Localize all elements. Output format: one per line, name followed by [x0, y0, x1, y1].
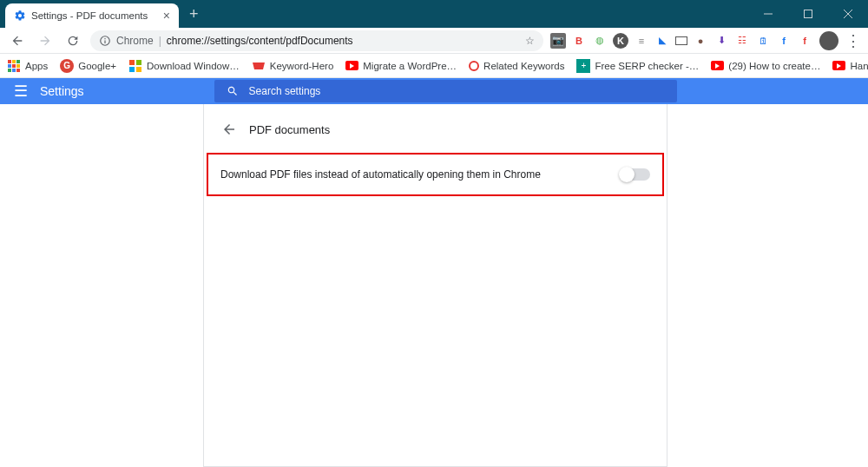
ext-icon[interactable]: f [776, 33, 792, 49]
windows-icon [128, 59, 142, 73]
back-button[interactable] [7, 30, 28, 51]
bookmark-item[interactable]: Hang Ups (Want Yo… [832, 61, 868, 71]
highlighted-setting-row: Download PDF files instead of automatica… [207, 153, 664, 196]
svg-rect-13 [129, 60, 135, 65]
address-bar-row: Chrome | chrome://settings/content/pdfDo… [0, 28, 868, 54]
maximize-button[interactable] [788, 0, 828, 28]
bookmark-star-icon[interactable]: ☆ [525, 35, 535, 47]
youtube-icon [832, 61, 845, 70]
menu-icon[interactable]: ☰ [14, 82, 28, 101]
minimize-button[interactable] [748, 0, 788, 28]
youtube-icon [345, 61, 358, 70]
window-titlebar: Settings - PDF documents × + [0, 0, 868, 28]
svg-rect-6 [16, 60, 20, 63]
svg-rect-15 [129, 67, 135, 72]
tab-title: Settings - PDF documents [31, 10, 148, 21]
site-info-icon[interactable] [99, 35, 111, 47]
pdf-download-toggle[interactable] [621, 168, 650, 181]
svg-rect-9 [16, 64, 20, 68]
settings-content: PDF documents Download PDF files instead… [0, 104, 868, 467]
section-header: PDF documents [204, 122, 667, 153]
ext-icon[interactable]: ◣ [654, 33, 670, 49]
close-tab-button[interactable]: × [163, 9, 170, 23]
ext-icon[interactable]: 📷 [550, 33, 566, 49]
bookmark-item[interactable]: Keyword-Hero [252, 59, 334, 73]
address-separator: | [159, 35, 161, 47]
svg-rect-5 [12, 60, 16, 63]
close-window-button[interactable] [828, 0, 868, 28]
address-url: chrome://settings/content/pdfDocuments [167, 35, 353, 47]
bookmark-label: Download Window… [147, 61, 240, 71]
circle-icon [469, 61, 479, 71]
bookmark-label: Google+ [78, 61, 116, 71]
serp-icon: + [576, 59, 590, 73]
youtube-icon [711, 61, 724, 70]
svg-rect-1 [805, 10, 812, 18]
bookmark-label: (29) How to create… [728, 61, 820, 71]
bookmark-item[interactable]: (29) How to create… [711, 61, 820, 71]
bookmark-label: Free SERP checker -… [595, 61, 699, 71]
profile-avatar[interactable] [819, 31, 838, 50]
back-arrow-icon[interactable] [221, 122, 237, 137]
bookmark-item[interactable]: Related Keywords [469, 61, 564, 71]
svg-rect-11 [12, 69, 16, 72]
settings-app-bar: ☰ Settings [0, 78, 868, 104]
address-scheme: Chrome [116, 35, 154, 47]
forward-button [35, 30, 56, 51]
svg-rect-4 [8, 60, 11, 63]
ext-icon[interactable]: ● [693, 33, 708, 49]
browser-tab[interactable]: Settings - PDF documents × [5, 3, 179, 28]
googleplus-icon: G [60, 59, 74, 73]
ext-icon[interactable]: 🗓 [755, 33, 771, 49]
search-input[interactable] [247, 84, 665, 98]
ext-icon[interactable]: ≡ [634, 33, 649, 49]
gear-icon [14, 10, 26, 22]
settings-panel: PDF documents Download PDF files instead… [203, 104, 667, 467]
new-tab-button[interactable]: + [179, 5, 209, 23]
svg-rect-12 [16, 69, 20, 72]
bookmark-label: Related Keywords [483, 61, 564, 71]
ext-icon[interactable]: K [613, 33, 628, 49]
bookmark-item[interactable]: Download Window… [128, 59, 240, 73]
keyword-hero-icon [252, 59, 266, 73]
bookmark-item[interactable]: Migrate a WordPre… [345, 61, 457, 71]
svg-rect-16 [136, 67, 141, 72]
ext-icon[interactable]: ☷ [734, 33, 750, 49]
page-heading: PDF documents [249, 123, 330, 136]
settings-search[interactable] [214, 80, 677, 102]
apps-grid-icon [7, 59, 21, 73]
search-icon [227, 85, 239, 97]
bookmark-item[interactable]: G Google+ [60, 59, 116, 73]
apps-bookmark[interactable]: Apps [7, 59, 48, 73]
svg-rect-10 [8, 69, 11, 72]
svg-rect-7 [8, 64, 11, 68]
bookmark-item[interactable]: + Free SERP checker -… [576, 59, 699, 73]
window-controls [748, 0, 868, 28]
bookmarks-bar: Apps G Google+ Download Window… Keyword-… [0, 54, 868, 78]
ext-icon[interactable]: B [571, 33, 587, 49]
bookmark-label: Migrate a WordPre… [363, 61, 457, 71]
ext-icon[interactable]: ⬇ [713, 33, 729, 49]
setting-label: Download PDF files instead of automatica… [220, 168, 541, 181]
bookmark-label: Hang Ups (Want Yo… [850, 61, 868, 71]
address-bar[interactable]: Chrome | chrome://settings/content/pdfDo… [90, 30, 543, 51]
svg-rect-8 [12, 64, 16, 68]
svg-marker-17 [253, 62, 265, 69]
ext-icon[interactable] [675, 36, 687, 45]
extension-icons: 📷 B ◍ K ≡ ◣ ● ⬇ ☷ 🗓 f f [550, 33, 812, 49]
reload-button[interactable] [62, 30, 83, 51]
settings-title: Settings [40, 84, 84, 98]
ext-icon[interactable]: ◍ [592, 33, 608, 49]
ext-icon[interactable]: f [797, 33, 812, 49]
browser-menu-icon[interactable]: ⋮ [845, 31, 861, 50]
bookmark-label: Keyword-Hero [270, 61, 334, 71]
svg-rect-14 [136, 60, 141, 65]
bookmark-label: Apps [25, 61, 48, 71]
